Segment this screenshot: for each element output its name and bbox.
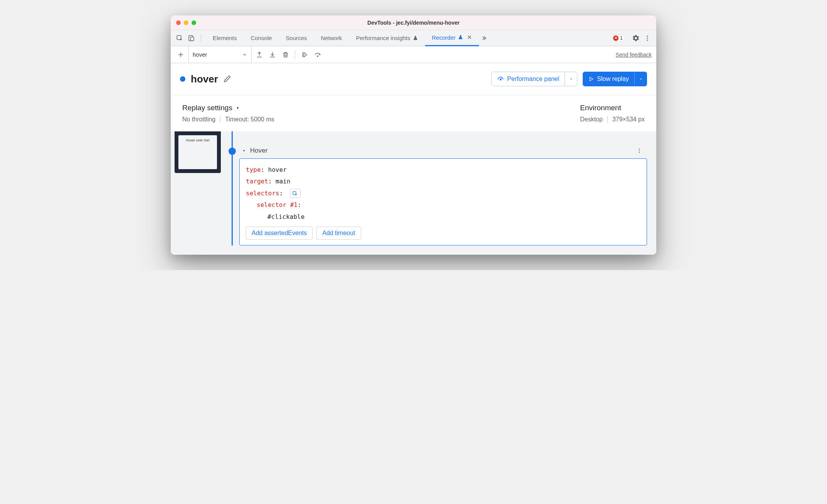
svg-point-9 — [639, 150, 640, 151]
environment-meta: Desktop 379×534 px — [580, 116, 645, 123]
step-header[interactable]: Hover — [239, 143, 647, 158]
svg-point-5 — [647, 39, 648, 40]
flask-icon — [458, 35, 463, 40]
timeout-value: Timeout: 5000 ms — [225, 116, 274, 123]
environment-label: Environment — [580, 104, 621, 112]
kebab-menu-icon[interactable] — [642, 33, 652, 43]
window-controls — [171, 20, 196, 25]
error-count-badge[interactable]: ✕ 1 — [612, 35, 625, 41]
titlebar: DevTools - jec.fyi/demo/menu-hover — [171, 15, 656, 30]
tab-elements[interactable]: Elements — [206, 30, 244, 46]
flask-icon — [413, 35, 418, 41]
chevron-down-icon — [242, 52, 247, 57]
edit-title-icon[interactable] — [224, 75, 231, 83]
step-title: Hover — [250, 147, 267, 155]
replay-settings-col: Replay settings No throttling Timeout: 5… — [182, 104, 274, 123]
overflow-tabs-icon[interactable] — [479, 33, 489, 43]
field-value[interactable]: main — [276, 178, 291, 185]
svg-point-6 — [317, 55, 318, 56]
device-value: Desktop — [580, 116, 603, 123]
send-feedback-link[interactable]: Send feedback — [616, 52, 652, 58]
selector-value[interactable]: #clickable — [267, 213, 304, 220]
timeline: Hover over me! Hover type: hover ta — [171, 131, 656, 255]
field-value[interactable]: hover — [268, 166, 287, 173]
replay-settings-label[interactable]: Replay settings — [182, 104, 274, 112]
svg-point-7 — [500, 79, 501, 80]
field-key[interactable]: target — [246, 178, 268, 185]
maximize-window-button[interactable] — [192, 20, 196, 25]
step-body: type: hover target: main selectors: sele… — [239, 158, 647, 245]
chevron-right-icon — [235, 106, 240, 110]
tab-recorder[interactable]: Recorder ✕ — [425, 30, 479, 46]
add-timeout-button[interactable]: Add timeout — [316, 227, 361, 240]
close-window-button[interactable] — [176, 20, 181, 25]
performance-panel-caret[interactable] — [565, 72, 577, 86]
tab-network[interactable]: Network — [314, 30, 349, 46]
inspect-icon[interactable] — [175, 33, 185, 43]
step-menu-icon[interactable] — [636, 148, 645, 154]
recorder-toolbar: hover Send feedback — [171, 46, 656, 63]
viewport-value: 379×534 px — [612, 116, 645, 123]
svg-point-10 — [639, 152, 640, 153]
settings-row: Replay settings No throttling Timeout: 5… — [171, 95, 656, 131]
add-asserted-events-button[interactable]: Add assertedEvents — [246, 227, 313, 240]
recording-title: hover — [191, 73, 218, 85]
tab-sources[interactable]: Sources — [279, 30, 314, 46]
performance-panel-button: Performance panel — [491, 72, 577, 86]
window-title: DevTools - jec.fyi/demo/menu-hover — [171, 20, 656, 26]
divider — [201, 34, 201, 42]
gauge-icon — [497, 76, 504, 82]
import-icon[interactable] — [267, 49, 278, 60]
add-buttons: Add assertedEvents Add timeout — [246, 227, 640, 240]
replay-caret[interactable] — [634, 72, 647, 86]
error-count: 1 — [620, 35, 623, 41]
recording-indicator-icon — [180, 76, 185, 82]
recording-select[interactable]: hover — [188, 46, 252, 63]
step-over-icon[interactable] — [312, 49, 323, 60]
error-icon: ✕ — [613, 35, 619, 41]
thumbnail-content: Hover over me! — [178, 135, 217, 169]
recording-header: hover Performance panel Slow replay — [171, 63, 656, 95]
play-icon — [588, 76, 594, 82]
selector-picker-icon[interactable] — [290, 189, 301, 198]
settings-gear-icon[interactable] — [631, 33, 641, 43]
replay-button: Slow replay — [583, 72, 647, 86]
continue-icon[interactable] — [299, 49, 310, 60]
svg-rect-2 — [191, 37, 194, 41]
devtools-window: DevTools - jec.fyi/demo/menu-hover Eleme… — [171, 15, 656, 255]
tab-performance-insights[interactable]: Performance insights — [349, 30, 425, 46]
svg-point-4 — [647, 37, 648, 39]
tab-strip: Elements Console Sources Network Perform… — [171, 30, 656, 46]
device-toggle-icon[interactable] — [186, 33, 196, 43]
svg-point-3 — [647, 35, 648, 37]
performance-panel-main[interactable]: Performance panel — [492, 72, 565, 86]
divider — [295, 50, 295, 59]
close-tab-icon[interactable]: ✕ — [467, 34, 472, 41]
tab-console[interactable]: Console — [244, 30, 279, 46]
field-key[interactable]: type — [246, 166, 261, 173]
environment-col: Environment Desktop 379×534 px — [580, 104, 645, 123]
collapse-icon[interactable] — [242, 148, 246, 153]
replay-settings-meta: No throttling Timeout: 5000 ms — [182, 116, 274, 123]
export-icon[interactable] — [254, 49, 265, 60]
field-key[interactable]: selectors — [246, 190, 279, 197]
throttling-value: No throttling — [182, 116, 215, 123]
replay-main[interactable]: Slow replay — [583, 72, 634, 86]
svg-point-8 — [639, 148, 640, 149]
new-recording-button[interactable] — [175, 49, 186, 60]
timeline-node[interactable] — [229, 148, 236, 155]
timeline-track: Hover type: hover target: main selectors… — [225, 131, 647, 245]
field-key[interactable]: selector #1 — [257, 201, 298, 208]
step: Hover type: hover target: main selectors… — [239, 143, 647, 245]
minimize-window-button[interactable] — [184, 20, 188, 25]
delete-icon[interactable] — [280, 49, 291, 60]
step-thumbnail[interactable]: Hover over me! — [175, 131, 221, 245]
panel-tabs: Elements Console Sources Network Perform… — [206, 30, 489, 46]
